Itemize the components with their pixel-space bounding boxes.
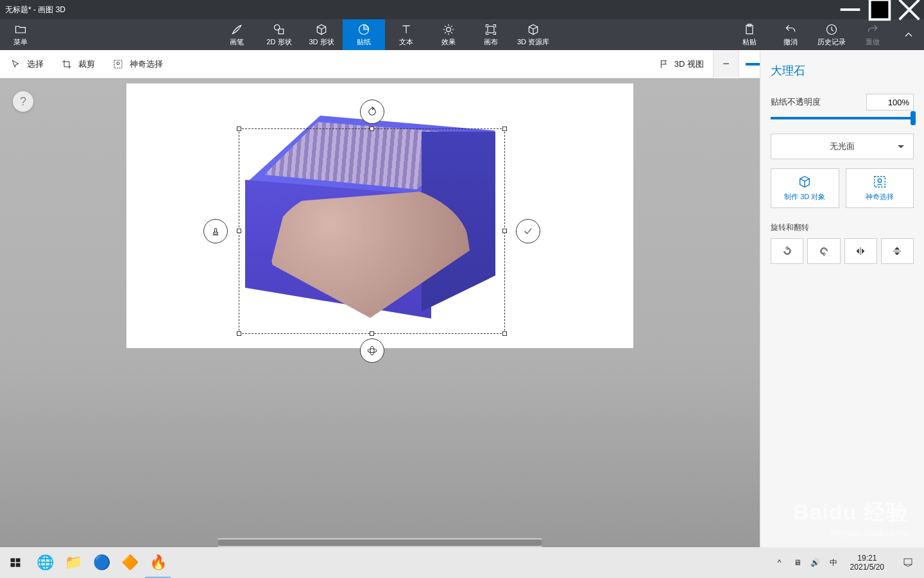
shapes3d-icon (315, 23, 328, 36)
flag-icon (659, 59, 669, 69)
tab-brush[interactable]: 画笔 (216, 19, 258, 50)
handle-bl[interactable] (237, 331, 241, 336)
rotate-section-label: 旋转和翻转 (771, 222, 914, 233)
menu-button[interactable]: 菜单 (0, 19, 41, 50)
tab-effects[interactable]: 效果 (427, 19, 470, 50)
stamp-button[interactable] (203, 219, 228, 243)
svg-point-16 (370, 346, 374, 355)
check-icon (522, 225, 534, 237)
handle-bm[interactable] (370, 331, 374, 336)
tray-notifications[interactable] (894, 557, 921, 568)
tray-volume-icon[interactable]: 🔊 (809, 558, 822, 567)
rotate-icon (366, 106, 378, 118)
tab-3d-shapes[interactable]: 3D 形状 (300, 19, 343, 50)
handle-tl[interactable] (237, 127, 241, 131)
shapes2d-icon (273, 23, 286, 36)
expand-ribbon-button[interactable] (893, 19, 924, 50)
taskbar-browser[interactable]: 🔵 (87, 547, 116, 578)
flip-h-icon (855, 246, 866, 256)
finish-dropdown[interactable]: 无光面 (771, 134, 914, 159)
paste-button[interactable]: 粘贴 (729, 19, 770, 50)
undo-button[interactable]: 撤消 (770, 19, 811, 50)
3d-rotate-button[interactable] (360, 338, 384, 363)
tab-3d-library[interactable]: 3D 资源库 (512, 19, 554, 50)
menu-label: 菜单 (13, 37, 28, 47)
handle-mr[interactable] (502, 229, 507, 233)
commit-button[interactable] (516, 219, 540, 243)
minimize-button[interactable] (835, 0, 865, 19)
help-button[interactable]: ? (13, 91, 33, 112)
svg-rect-12 (114, 60, 122, 68)
handle-tr[interactable] (502, 127, 507, 131)
handle-br[interactable] (502, 331, 507, 336)
system-tray: ^ 🖥 🔊 中 19:21 2021/5/20 (773, 547, 924, 578)
tab-sticker[interactable]: 贴纸 (343, 19, 385, 50)
library-icon (527, 23, 540, 36)
svg-rect-5 (278, 29, 284, 33)
taskbar-explorer[interactable]: 📁 (59, 547, 87, 578)
magic-select-icon (873, 175, 887, 189)
panel-title: 大理石 (771, 63, 914, 78)
tray-network-icon[interactable]: 🖥 (791, 558, 804, 567)
make-3d-button[interactable]: 制作 3D 对象 (771, 168, 839, 208)
opacity-input[interactable] (866, 94, 914, 110)
zoom-out-button[interactable]: − (714, 50, 739, 78)
handle-ml[interactable] (237, 229, 241, 233)
svg-rect-8 (488, 26, 494, 33)
flip-vertical-button[interactable] (881, 238, 914, 264)
rotate-ccw-button[interactable] (771, 238, 803, 264)
folder-icon (14, 23, 27, 36)
svg-point-18 (878, 179, 882, 182)
tray-clock[interactable]: 19:21 2021/5/20 (845, 554, 889, 572)
effect-icon (442, 23, 455, 36)
stamp-icon (210, 225, 221, 237)
tray-chevron-icon[interactable]: ^ (773, 558, 786, 567)
start-button[interactable] (0, 547, 31, 578)
svg-rect-19 (11, 558, 15, 562)
tray-ime[interactable]: 中 (827, 557, 840, 568)
chevron-up-icon (902, 28, 915, 41)
horizontal-scrollbar[interactable] (218, 538, 542, 547)
history-button[interactable]: 历史记录 (811, 19, 852, 50)
taskbar: 🌐 📁 🔵 🔶 🔥 ^ 🖥 🔊 中 19:21 2021/5/20 (0, 547, 924, 578)
svg-rect-21 (11, 563, 15, 567)
sticker-icon (357, 23, 370, 36)
cursor-icon (10, 59, 21, 69)
svg-rect-17 (875, 177, 886, 188)
taskbar-edge[interactable]: 🌐 (31, 547, 59, 578)
handle-tm[interactable] (370, 127, 374, 131)
svg-rect-23 (904, 559, 912, 565)
close-button[interactable] (894, 0, 924, 19)
maximize-button[interactable] (865, 0, 894, 19)
brush-icon (230, 23, 243, 36)
tab-text[interactable]: 文本 (385, 19, 427, 50)
redo-button[interactable]: 重做 (852, 19, 893, 50)
svg-rect-20 (16, 558, 21, 562)
flip-horizontal-button[interactable] (844, 238, 877, 264)
workspace[interactable]: ? (0, 78, 760, 547)
magic-select-tool[interactable]: 神奇选择 (113, 58, 163, 70)
canvas[interactable] (126, 83, 633, 348)
3d-view-button[interactable]: 3D 视图 (650, 58, 713, 70)
canvas-icon (484, 23, 497, 36)
opacity-slider[interactable] (771, 117, 914, 119)
rotate-z-button[interactable] (360, 100, 384, 124)
selection-box[interactable] (239, 128, 505, 334)
flip-v-icon (892, 246, 902, 256)
tab-2d-shapes[interactable]: 2D 形状 (258, 19, 300, 50)
text-icon (400, 23, 413, 36)
history-icon (825, 23, 838, 36)
svg-point-15 (368, 349, 377, 353)
crop-tool[interactable]: 裁剪 (62, 58, 95, 70)
titlebar: 无标题* - 画图 3D (0, 0, 924, 19)
3d-rotate-icon (366, 345, 378, 356)
rotate-cw-button[interactable] (807, 238, 840, 264)
cube-icon (798, 175, 812, 189)
taskbar-paint3d[interactable]: 🔥 (144, 547, 172, 578)
magic-select-button[interactable]: 神奇选择 (846, 168, 914, 208)
taskbar-vlc[interactable]: 🔶 (116, 547, 144, 578)
tab-canvas[interactable]: 画布 (470, 19, 512, 50)
select-tool[interactable]: 选择 (10, 58, 44, 70)
svg-rect-22 (16, 563, 21, 567)
svg-point-13 (117, 62, 119, 64)
